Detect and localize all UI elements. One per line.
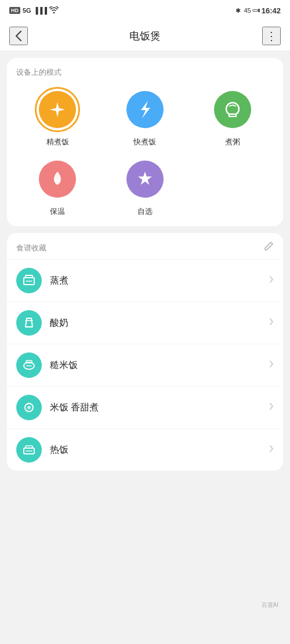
svg-rect-2 xyxy=(26,275,32,278)
clock: 16:42 xyxy=(262,6,281,15)
mode-label-bao-wen: 保温 xyxy=(50,206,65,217)
recipe-name-re-fan: 热饭 xyxy=(50,444,269,456)
mode-item-zhu-zhou[interactable]: 煮粥 xyxy=(191,87,274,147)
svg-point-6 xyxy=(27,406,31,409)
more-button[interactable]: ⋮ xyxy=(262,27,281,45)
page-title: 电饭煲 xyxy=(129,29,161,43)
mode-circle-kuai-zhu-fan xyxy=(126,91,164,128)
mode-label-zhu-zhou: 煮粥 xyxy=(225,137,240,147)
device-modes-section-title: 设备上的模式 xyxy=(16,67,274,78)
mode-circle-jing-zhu-fan xyxy=(39,91,76,128)
mode-circle-zi-xuan xyxy=(126,161,164,198)
recipe-section-title: 食谱收藏 xyxy=(16,243,46,253)
status-right: ✱ 45 16:42 xyxy=(235,6,281,15)
watermark: 百度AI xyxy=(262,601,278,609)
recipe-item-cao-mi-fan[interactable]: 糙米饭 xyxy=(7,344,283,386)
recipe-arrow-cao-mi-fan xyxy=(269,360,274,370)
mode-item-zi-xuan[interactable]: 自选 xyxy=(104,157,187,217)
recipe-name-zheng-zhu: 蒸煮 xyxy=(50,275,269,287)
recipe-arrow-zheng-zhu xyxy=(269,275,274,286)
device-modes-card: 设备上的模式 精煮饭 xyxy=(7,58,283,226)
back-button[interactable] xyxy=(9,27,28,45)
title-bar: 电饭煲 ⋮ xyxy=(0,21,290,51)
recipe-item-suan-nai[interactable]: 酸奶 xyxy=(7,301,283,344)
recipe-name-suan-nai: 酸奶 xyxy=(50,317,269,329)
recipe-icon-zheng-zhu xyxy=(16,268,42,293)
recipe-edit-button[interactable] xyxy=(263,241,274,254)
recipe-icon-suan-nai xyxy=(16,310,42,336)
modes-grid: 精煮饭 快煮饭 xyxy=(16,87,274,217)
recipe-item-mi-fan-xiang-tian[interactable]: 米饭 香甜煮 xyxy=(7,386,283,428)
recipe-arrow-suan-nai xyxy=(269,318,274,328)
mode-circle-zhu-zhou xyxy=(214,91,251,128)
recipe-arrow-mi-fan-xiang-tian xyxy=(269,402,274,413)
recipe-icon-cao-mi-fan xyxy=(16,352,42,378)
signal-bars-icon: ▐▐▐ xyxy=(34,7,47,14)
recipe-name-mi-fan-xiang-tian: 米饭 香甜煮 xyxy=(50,402,269,414)
svg-rect-8 xyxy=(26,446,32,448)
recipe-card: 食谱收藏 蒸煮 xyxy=(7,233,283,471)
mode-label-jing-zhu-fan: 精煮饭 xyxy=(46,137,69,147)
main-content: 设备上的模式 精煮饭 xyxy=(0,51,290,485)
mode-circle-bao-wen xyxy=(39,161,76,198)
battery-indicator: 45 xyxy=(244,7,258,14)
mode-item-kuai-zhu-fan[interactable]: 快煮饭 xyxy=(104,87,187,147)
battery-level: 45 xyxy=(244,7,251,14)
mode-label-zi-xuan: 自选 xyxy=(137,206,153,217)
status-left: HD 5G ▐▐▐ xyxy=(9,6,59,14)
mode-item-jing-zhu-fan[interactable]: 精煮饭 xyxy=(16,87,99,147)
signal-5g: 5G xyxy=(23,7,31,14)
wifi-icon xyxy=(49,6,59,14)
recipe-item-re-fan[interactable]: 热饭 xyxy=(7,428,283,471)
svg-point-0 xyxy=(55,179,60,183)
recipe-item-zheng-zhu[interactable]: 蒸煮 xyxy=(7,259,283,301)
recipe-header: 食谱收藏 xyxy=(7,233,283,259)
recipe-icon-re-fan xyxy=(16,437,42,463)
bluetooth-icon: ✱ xyxy=(235,7,241,14)
status-bar: HD 5G ▐▐▐ ✱ 45 16:42 xyxy=(0,0,290,21)
recipe-arrow-re-fan xyxy=(269,445,274,455)
mode-item-bao-wen[interactable]: 保温 xyxy=(16,157,99,217)
battery-shape xyxy=(252,9,258,12)
mode-label-kuai-zhu-fan: 快煮饭 xyxy=(133,137,156,147)
hd-badge: HD xyxy=(9,7,20,14)
recipe-name-cao-mi-fan: 糙米饭 xyxy=(50,359,269,372)
recipe-icon-mi-fan-xiang-tian xyxy=(16,395,42,420)
